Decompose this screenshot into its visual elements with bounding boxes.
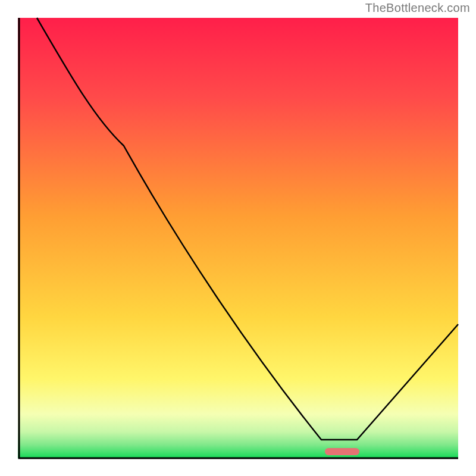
plot-background — [18, 18, 458, 458]
chart-container: TheBottleneck.com — [0, 0, 476, 476]
line-chart — [0, 0, 476, 476]
minimum-marker — [325, 448, 359, 455]
watermark-text: TheBottleneck.com — [365, 1, 470, 15]
